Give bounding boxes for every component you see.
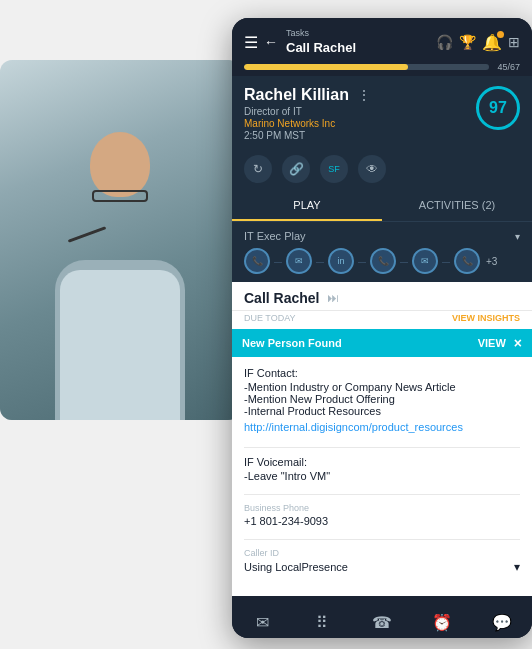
- view-insights-btn[interactable]: VIEW INSIGHTS: [452, 313, 520, 323]
- badge-dot: [497, 31, 504, 38]
- play-step-more: +3: [486, 256, 497, 267]
- progress-text: 45/67: [497, 62, 520, 72]
- progress-track: [244, 64, 489, 70]
- bottom-action-bar: ✉ ⠿ ☎ ⏰ 💬: [232, 596, 532, 638]
- header-left: ☰ ←: [244, 33, 278, 52]
- contact-time: 2:50 PM MST: [244, 130, 371, 141]
- contact-name: Rachel Killian: [244, 86, 349, 103]
- salesforce-icon-btn[interactable]: SF: [320, 155, 348, 183]
- task-title: Call Rachel: [244, 290, 319, 306]
- eye-icon-btn[interactable]: 👁: [358, 155, 386, 183]
- step-arrow-1: —: [274, 257, 282, 266]
- header-center: Tasks Call Rachel: [286, 28, 428, 56]
- banner-close-btn[interactable]: ×: [514, 335, 522, 351]
- task-title-row: Call Rachel ⏭: [244, 290, 339, 306]
- phone-panel: ☰ ← Tasks Call Rachel 🎧 🏆 🔔 ⊞ 45/67 Rach…: [232, 18, 532, 638]
- if-voicemail-label: IF Voicemail:: [244, 456, 520, 468]
- tabs-row: PLAY ACTIVITIES (2): [232, 191, 532, 222]
- play-step-email2[interactable]: ✉: [412, 248, 438, 274]
- contact-company[interactable]: Marino Networks Inc: [244, 118, 371, 129]
- step-arrow-3: —: [358, 257, 366, 266]
- play-step-phone3[interactable]: 📞: [454, 248, 480, 274]
- play-section: IT Exec Play ▾ 📞 — ✉ — in — 📞 — ✉ — 📞 +3: [232, 222, 532, 282]
- refresh-icon-btn[interactable]: ↻: [244, 155, 272, 183]
- if-voicemail-item-1: -Leave "Intro VM": [244, 470, 520, 482]
- step-arrow-5: —: [442, 257, 450, 266]
- link-icon-btn[interactable]: 🔗: [282, 155, 310, 183]
- step-arrow-4: —: [400, 257, 408, 266]
- caller-id-dropdown-icon[interactable]: ▾: [514, 560, 520, 574]
- contact-menu-dots[interactable]: ⋮: [357, 87, 371, 103]
- due-label: DUE TODAY: [244, 313, 296, 323]
- action-icons-row: ↻ 🔗 SF 👁: [232, 149, 532, 191]
- tab-activities[interactable]: ACTIVITIES (2): [382, 191, 532, 221]
- contact-title: Director of IT: [244, 106, 371, 117]
- if-voicemail-block: IF Voicemail: -Leave "Intro VM": [244, 456, 520, 482]
- divider-3: [244, 539, 520, 540]
- banner-view-btn[interactable]: VIEW: [478, 337, 506, 349]
- caller-id-value: Using LocalPresence: [244, 561, 348, 573]
- divider-2: [244, 494, 520, 495]
- email-action-btn[interactable]: ✉: [244, 604, 280, 638]
- grid-icon[interactable]: ⊞: [508, 34, 520, 50]
- contact-section: Rachel Killian ⋮ Director of IT Marino N…: [232, 76, 532, 149]
- banner-actions: VIEW ×: [478, 335, 522, 351]
- play-step-phone2[interactable]: 📞: [370, 248, 396, 274]
- if-contact-block: IF Contact: -Mention Industry or Company…: [244, 367, 520, 435]
- tasks-label: Tasks: [286, 28, 428, 38]
- hamburger-icon[interactable]: ☰: [244, 33, 258, 52]
- panel-header: ☰ ← Tasks Call Rachel 🎧 🏆 🔔 ⊞: [232, 18, 532, 62]
- divider-1: [244, 447, 520, 448]
- play-step-phone[interactable]: 📞: [244, 248, 270, 274]
- business-phone-block: Business Phone +1 801-234-9093: [244, 503, 520, 527]
- contact-left: Rachel Killian ⋮ Director of IT Marino N…: [244, 86, 371, 141]
- play-expand-icon[interactable]: ▾: [515, 231, 520, 242]
- caller-id-label: Caller ID: [244, 548, 520, 558]
- task-content: IF Contact: -Mention Industry or Company…: [232, 357, 532, 596]
- progress-bar-container: 45/67: [232, 62, 532, 76]
- chat-action-btn[interactable]: 💬: [484, 604, 520, 638]
- score-circle: 97: [476, 86, 520, 130]
- banner-text: New Person Found: [242, 337, 342, 349]
- contact-name-row: Rachel Killian ⋮: [244, 86, 371, 104]
- caller-id-block: Caller ID Using LocalPresence ▾: [244, 548, 520, 574]
- if-contact-item-3: -Internal Product Resources: [244, 405, 520, 417]
- if-contact-item-1: -Mention Industry or Company News Articl…: [244, 381, 520, 393]
- play-steps: 📞 — ✉ — in — 📞 — ✉ — 📞 +3: [244, 248, 520, 274]
- contact-photo: [0, 60, 240, 420]
- task-header: Call Rachel ⏭: [232, 282, 532, 311]
- play-name-row: IT Exec Play ▾: [244, 230, 520, 242]
- play-step-linkedin[interactable]: in: [328, 248, 354, 274]
- trophy-icon[interactable]: 🏆: [459, 34, 476, 50]
- play-name: IT Exec Play: [244, 230, 306, 242]
- back-nav-icon[interactable]: ←: [264, 34, 278, 50]
- task-skip-icon[interactable]: ⏭: [327, 291, 339, 305]
- product-resources-link[interactable]: http://internal.digisigncom/product_reso…: [244, 421, 463, 433]
- header-title: Call Rachel: [286, 40, 356, 55]
- notification-badge[interactable]: 🔔: [482, 33, 502, 52]
- tab-play[interactable]: PLAY: [232, 191, 382, 221]
- task-due-row: DUE TODAY VIEW INSIGHTS: [232, 311, 532, 329]
- business-phone-value: +1 801-234-9093: [244, 515, 520, 527]
- if-contact-label: IF Contact:: [244, 367, 520, 379]
- call-action-btn[interactable]: ☎: [364, 604, 400, 638]
- if-contact-item-2: -Mention New Product Offering: [244, 393, 520, 405]
- task-area: Call Rachel ⏭ DUE TODAY VIEW INSIGHTS Ne…: [232, 282, 532, 596]
- progress-fill: [244, 64, 408, 70]
- step-arrow-2: —: [316, 257, 324, 266]
- play-step-email[interactable]: ✉: [286, 248, 312, 274]
- header-icons: 🎧 🏆 🔔 ⊞: [436, 33, 520, 52]
- caller-id-row: Using LocalPresence ▾: [244, 560, 520, 574]
- headset-icon[interactable]: 🎧: [436, 34, 453, 50]
- dialpad-action-btn[interactable]: ⠿: [304, 604, 340, 638]
- alarm-action-btn[interactable]: ⏰: [424, 604, 460, 638]
- business-phone-label: Business Phone: [244, 503, 520, 513]
- new-person-banner: New Person Found VIEW ×: [232, 329, 532, 357]
